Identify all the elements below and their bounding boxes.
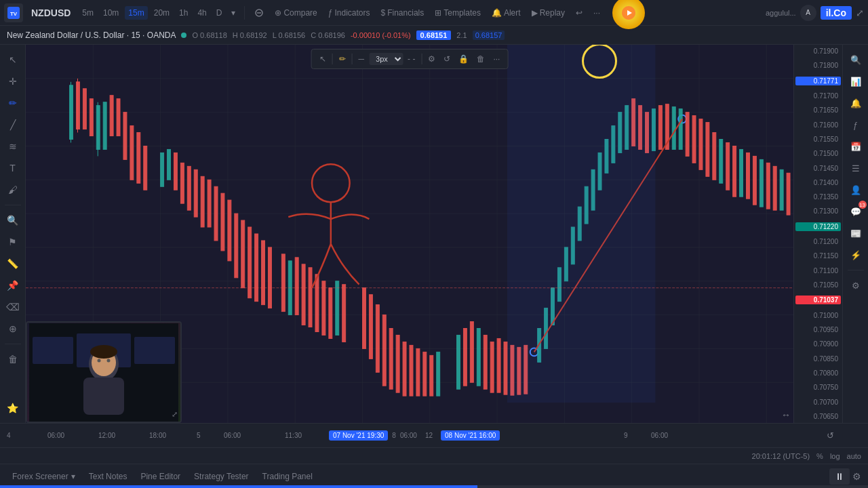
- timeframe-10m[interactable]: 10m: [100, 6, 122, 20]
- timeframe-1h[interactable]: 1h: [176, 6, 191, 20]
- text-notes-btn[interactable]: Text Notes: [83, 469, 133, 484]
- pine-editor-btn[interactable]: Pine Editor: [135, 469, 186, 484]
- float-refresh-btn[interactable]: ↺: [440, 53, 454, 65]
- sidebar-eraser[interactable]: ⌫: [3, 298, 22, 317]
- top-toolbar: TV NZDUSD 5m 10m 15m 20m 1h 4h D ▾ ⊕ Com…: [0, 0, 868, 26]
- sidebar-trash[interactable]: 🗑: [3, 350, 22, 369]
- financials-btn[interactable]: $ Financials: [377, 5, 429, 20]
- svg-rect-116: [686, 113, 689, 157]
- timeframe-15m[interactable]: 15m: [125, 6, 147, 20]
- price-highlight-71037: 0.71037: [795, 296, 841, 304]
- replay-highlight-circle[interactable]: [612, 0, 645, 29]
- svg-rect-112: [658, 106, 662, 150]
- indicators-btn[interactable]: ƒ Indicators: [324, 5, 374, 20]
- svg-rect-124: [740, 149, 743, 197]
- chart-area[interactable]: ↖ ✏ ─ 3px1px2px4px5px - - ⚙ ↺ 🔒 🗑 ···: [26, 45, 793, 423]
- right-indicator[interactable]: ƒ: [846, 115, 865, 134]
- tl-9: 9: [624, 432, 628, 439]
- svg-rect-67: [336, 281, 339, 336]
- sidebar-text[interactable]: T: [3, 159, 22, 178]
- sidebar-line[interactable]: ╱: [3, 115, 22, 134]
- right-watchlist[interactable]: ☰: [846, 159, 865, 178]
- timeframe-4h[interactable]: 4h: [194, 6, 210, 20]
- float-more-btn[interactable]: ···: [490, 53, 503, 65]
- timeframe-more[interactable]: ▾: [228, 6, 239, 20]
- timeframe-5m[interactable]: 5m: [79, 6, 97, 20]
- svg-rect-29: [83, 89, 86, 129]
- svg-rect-48: [201, 176, 204, 227]
- sidebar-ruler[interactable]: 📏: [3, 254, 22, 273]
- right-strategy[interactable]: ⚡: [846, 245, 865, 264]
- svg-rect-50: [214, 186, 218, 241]
- more-btn[interactable]: ···: [589, 5, 604, 20]
- account-avatar[interactable]: A: [800, 5, 816, 21]
- sidebar-star[interactable]: ⭐: [3, 399, 22, 418]
- sidebar-pencil[interactable]: ✏: [3, 94, 22, 113]
- float-settings-btn[interactable]: ⚙: [425, 53, 439, 65]
- price-71800: 0.71800: [795, 62, 841, 69]
- sidebar-brush[interactable]: 🖌: [3, 180, 22, 199]
- forex-screener-btn[interactable]: Forex Screener ▾: [7, 469, 81, 484]
- webcam-expand[interactable]: ⤢: [172, 410, 178, 419]
- chart-expand-btn[interactable]: ↔: [781, 409, 791, 420]
- right-candle-type[interactable]: 📊: [846, 72, 865, 91]
- svg-rect-79: [430, 355, 433, 396]
- right-settings[interactable]: ⚙: [846, 276, 865, 295]
- sidebar-crosshair[interactable]: ✛: [3, 72, 22, 91]
- indicator-icon-btn[interactable]: [250, 5, 268, 20]
- price-71900: 0.71900: [795, 47, 841, 55]
- price-71700: 0.71700: [795, 92, 841, 100]
- sidebar-search[interactable]: 🔍: [3, 211, 22, 230]
- float-lock-btn[interactable]: 🔒: [455, 53, 472, 65]
- float-delete-btn[interactable]: 🗑: [473, 53, 488, 65]
- right-chat[interactable]: 💬 13: [846, 202, 865, 221]
- compare-btn[interactable]: ⊕ Compare: [271, 5, 321, 20]
- timeframe-20m[interactable]: 20m: [151, 6, 173, 20]
- svg-rect-38: [144, 146, 147, 190]
- right-news[interactable]: 📰: [846, 224, 865, 243]
- sidebar-price-note[interactable]: 📌: [3, 276, 22, 295]
- float-sep1: [332, 54, 333, 64]
- right-zoom[interactable]: 🔍: [846, 50, 865, 69]
- svg-rect-115: [679, 109, 682, 150]
- sidebar-cursor[interactable]: ↖: [3, 50, 22, 69]
- svg-rect-63: [309, 268, 312, 327]
- float-line-style-btn[interactable]: ─: [355, 53, 368, 65]
- svg-rect-76: [410, 345, 413, 396]
- timeline-controls: ↺: [827, 430, 834, 441]
- alert-btn[interactable]: 🔔 Alert: [488, 5, 525, 20]
- svg-rect-121: [719, 140, 723, 184]
- float-pointer-btn[interactable]: ↖: [316, 53, 330, 65]
- svg-rect-42: [161, 152, 164, 186]
- strategy-tester-btn[interactable]: Strategy Tester: [189, 469, 254, 484]
- pause-btn[interactable]: ⏸: [829, 468, 850, 485]
- trading-panel-btn[interactable]: Trading Panel: [257, 469, 318, 484]
- sidebar-magnet[interactable]: ⊕: [3, 319, 22, 338]
- svg-rect-36: [130, 126, 134, 180]
- symbol-selector[interactable]: NZDUSD: [26, 7, 76, 18]
- fullscreen-btn[interactable]: ⤢: [856, 7, 864, 18]
- sidebar-fib[interactable]: ≋: [3, 137, 22, 156]
- period-value: 2.1: [456, 31, 467, 39]
- templates-btn[interactable]: ⊞ Templates: [431, 5, 485, 20]
- tl-0600d: 06:00: [651, 432, 668, 439]
- timeline-reset-btn[interactable]: ↺: [827, 430, 834, 441]
- replay-btn[interactable]: ▶ Replay: [528, 5, 569, 20]
- brand-area: aggulul... A il.Co ⤢: [766, 5, 864, 21]
- footer-settings-btn[interactable]: ⚙: [852, 471, 861, 482]
- price-71550: 0.71550: [795, 136, 841, 143]
- float-dash-btn[interactable]: - -: [404, 53, 418, 65]
- sidebar-marker[interactable]: ⚑: [3, 232, 22, 251]
- undo-btn[interactable]: ↩: [572, 5, 587, 20]
- status-log: log: [830, 452, 840, 460]
- tl-8: 8: [392, 432, 396, 439]
- float-pencil-btn[interactable]: ✏: [336, 53, 349, 65]
- right-person[interactable]: 👤: [846, 180, 865, 199]
- right-alert[interactable]: 🔔: [846, 94, 865, 113]
- svg-rect-87: [497, 338, 500, 392]
- line-width-selector[interactable]: 3px1px2px4px5px: [369, 53, 403, 65]
- tv-logo[interactable]: TV: [4, 3, 23, 22]
- right-calendar[interactable]: 📅: [846, 137, 865, 156]
- sidebar-sep: [5, 205, 21, 205]
- timeframe-d[interactable]: D: [213, 6, 226, 20]
